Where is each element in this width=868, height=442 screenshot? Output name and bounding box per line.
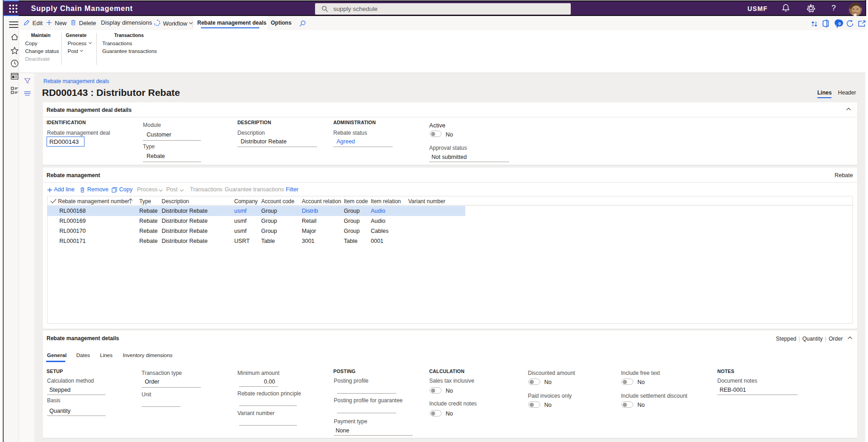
svg-text:0: 0 — [838, 21, 841, 26]
